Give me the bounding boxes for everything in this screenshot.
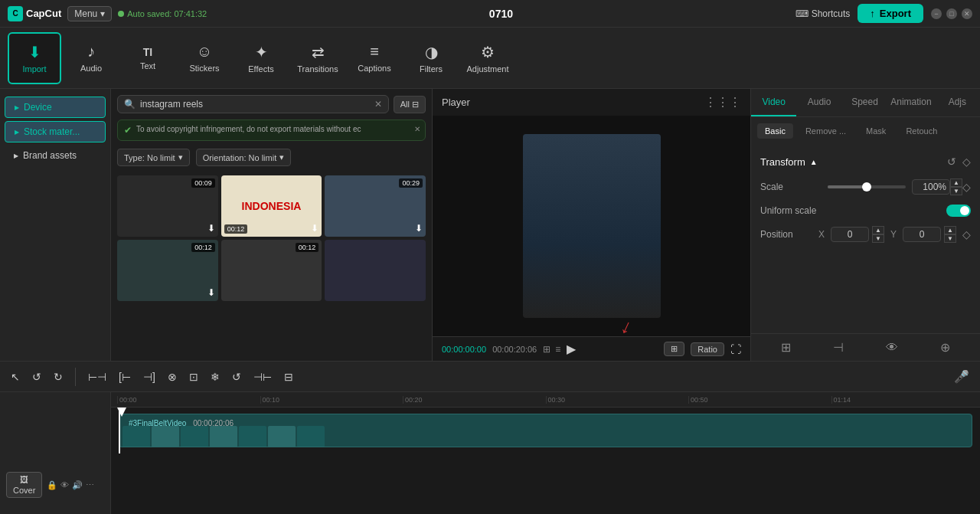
download-icon[interactable]: ⬇ bbox=[207, 223, 215, 234]
download-icon[interactable]: ⬇ bbox=[207, 287, 215, 298]
sidebar-item-brand[interactable]: ▶ Brand assets bbox=[5, 146, 106, 165]
trim-right[interactable]: ⊣] bbox=[140, 368, 158, 386]
mic-button[interactable]: 🎤 bbox=[951, 366, 972, 387]
media-item[interactable]: 00:12 ⬇ bbox=[117, 240, 218, 301]
y-down-button[interactable]: ▼ bbox=[944, 234, 956, 243]
delete-tool[interactable]: ⊗ bbox=[165, 368, 180, 386]
flip-icon[interactable]: ⊣ bbox=[833, 340, 844, 355]
ruler-marks: 00:00 00:10 00:20 00:30 00:50 01:14 bbox=[117, 396, 974, 404]
scale-slider[interactable] bbox=[828, 185, 906, 188]
scale-up-button[interactable]: ▲ bbox=[950, 178, 962, 187]
sub-tab-remove[interactable]: Remove ... bbox=[798, 123, 854, 139]
x-position-input[interactable] bbox=[831, 227, 869, 242]
orientation-filter-button[interactable]: Orientation: No limit ▾ bbox=[196, 149, 292, 166]
media-duration: 00:29 bbox=[399, 178, 423, 188]
cover-button[interactable]: 🖼 Cover bbox=[6, 472, 42, 498]
search-clear-button[interactable]: ✕ bbox=[374, 99, 382, 110]
window-controls: − □ ✕ bbox=[931, 8, 972, 19]
x-down-button[interactable]: ▼ bbox=[872, 234, 884, 243]
download-icon[interactable]: ⬇ bbox=[415, 223, 423, 234]
visibility-icon[interactable]: 👁 bbox=[60, 480, 69, 489]
y-up-button[interactable]: ▲ bbox=[944, 226, 956, 234]
detach-audio[interactable]: ⊡ bbox=[186, 368, 201, 386]
scale-thumb[interactable] bbox=[862, 182, 871, 192]
maximize-button[interactable]: □ bbox=[946, 8, 957, 19]
text-icon: TI bbox=[143, 46, 152, 58]
grid-icon[interactable]: ⊞ bbox=[543, 344, 550, 355]
crop-tool[interactable]: ⊟ bbox=[281, 368, 296, 386]
sub-tab-retouch[interactable]: Retouch bbox=[898, 123, 945, 139]
x-up-button[interactable]: ▲ bbox=[872, 226, 884, 234]
timeline-track-labels: 🖼 Cover 🔒 👁 🔊 ⋯ bbox=[0, 392, 111, 514]
split-tool[interactable]: ⊢⊣ bbox=[85, 368, 109, 386]
tab-speed[interactable]: Speed bbox=[842, 89, 887, 116]
tool-text[interactable]: TI Text bbox=[121, 32, 175, 84]
crop-icon[interactable]: ⊞ bbox=[781, 340, 791, 355]
minimize-button[interactable]: − bbox=[931, 8, 942, 19]
tab-video[interactable]: Video bbox=[751, 89, 796, 116]
player-menu-icon[interactable]: ⋮⋮⋮ bbox=[704, 95, 741, 110]
media-item[interactable] bbox=[325, 240, 426, 301]
redo-button[interactable]: ↻ bbox=[51, 368, 66, 386]
clip-thumb bbox=[239, 426, 266, 447]
search-input[interactable] bbox=[140, 99, 370, 110]
position-keyframe-button[interactable]: ◇ bbox=[962, 228, 971, 241]
undo-button[interactable]: ↺ bbox=[29, 368, 44, 386]
tool-audio[interactable]: ♪ Audio bbox=[64, 32, 118, 84]
fit-screen-button[interactable]: ⊞ bbox=[664, 342, 684, 356]
trim-left[interactable]: [⊢ bbox=[116, 368, 134, 386]
all-filter-button[interactable]: All ⊟ bbox=[394, 96, 426, 113]
add-keyframe-icon[interactable]: ⊕ bbox=[940, 340, 950, 355]
shortcuts-button[interactable]: ⌨ Shortcuts bbox=[795, 8, 851, 19]
tab-animation[interactable]: Animation bbox=[887, 89, 934, 116]
menu-button[interactable]: Menu ▾ bbox=[67, 6, 112, 21]
fullscreen-button[interactable]: ⛶ bbox=[730, 343, 741, 355]
media-item[interactable]: INDONESIA 00:12 ⬇ bbox=[221, 175, 322, 237]
export-button[interactable]: ↑ Export bbox=[858, 4, 923, 23]
copyright-notice: ✔ To avoid copyright infringement, do no… bbox=[117, 119, 426, 141]
sidebar-item-stock[interactable]: ▶ Stock mater... bbox=[5, 121, 106, 142]
uniform-scale-toggle[interactable] bbox=[946, 205, 971, 217]
media-item[interactable]: 00:09 ⬇ bbox=[117, 175, 218, 237]
type-filter-button[interactable]: Type: No limit ▾ bbox=[117, 149, 190, 166]
more-icon[interactable]: ⋯ bbox=[86, 480, 94, 490]
scale-keyframe-button[interactable]: ◇ bbox=[962, 181, 971, 193]
tool-transitions[interactable]: ⇄ Transitions bbox=[291, 32, 345, 84]
scale-down-button[interactable]: ▼ bbox=[950, 187, 962, 195]
media-item[interactable]: 00:29 ⬇ bbox=[325, 175, 426, 237]
tool-adjustment[interactable]: ⚙ Adjustment bbox=[461, 32, 514, 84]
clip-label: #3FinalBeltVideo 00:00:20:06 bbox=[122, 416, 240, 431]
copyright-close-button[interactable]: ✕ bbox=[414, 125, 420, 133]
scale-input[interactable] bbox=[912, 179, 950, 195]
list-icon[interactable]: ≡ bbox=[555, 344, 560, 355]
tool-effects[interactable]: ✦ Effects bbox=[234, 32, 288, 84]
rotate-tool[interactable]: ↺ bbox=[229, 368, 244, 386]
lock-icon[interactable]: 🔒 bbox=[47, 480, 57, 490]
tool-captions[interactable]: ≡ Captions bbox=[348, 32, 401, 84]
playhead[interactable] bbox=[119, 408, 120, 453]
tool-import[interactable]: ⬇ Import bbox=[8, 32, 61, 84]
sub-tab-mask[interactable]: Mask bbox=[858, 123, 893, 139]
audio-track-icon[interactable]: 🔊 bbox=[72, 480, 83, 490]
tab-audio[interactable]: Audio bbox=[796, 89, 841, 116]
sub-tab-basic[interactable]: Basic bbox=[757, 123, 793, 139]
download-icon[interactable]: ⬇ bbox=[311, 223, 318, 234]
ratio-button[interactable]: Ratio bbox=[691, 342, 724, 356]
play-button[interactable]: ▶ bbox=[567, 342, 576, 356]
sidebar-item-device[interactable]: ▶ Device bbox=[5, 97, 106, 118]
reset-icon[interactable]: ↺ bbox=[947, 156, 956, 168]
close-button[interactable]: ✕ bbox=[962, 8, 972, 19]
transform-collapse-icon[interactable]: ▲ bbox=[810, 158, 818, 166]
mirror-tool[interactable]: ⊣⊢ bbox=[250, 368, 275, 386]
freeze-frame[interactable]: ❄ bbox=[207, 368, 223, 386]
tool-filters[interactable]: ◑ Filters bbox=[404, 32, 458, 84]
keyframe-icon[interactable]: ◇ bbox=[962, 156, 971, 168]
select-tool[interactable]: ↖ bbox=[8, 368, 23, 386]
chevron-icon: ▶ bbox=[15, 104, 19, 111]
tool-stickers[interactable]: ☺ Stickers bbox=[178, 32, 231, 84]
video-clip[interactable]: #3FinalBeltVideo 00:00:20:06 bbox=[119, 414, 972, 447]
y-position-input[interactable] bbox=[903, 227, 941, 242]
media-item[interactable]: 00:12 bbox=[221, 240, 322, 301]
eye-icon[interactable]: 👁 bbox=[886, 341, 898, 355]
tab-adjust[interactable]: Adjs bbox=[935, 89, 980, 116]
